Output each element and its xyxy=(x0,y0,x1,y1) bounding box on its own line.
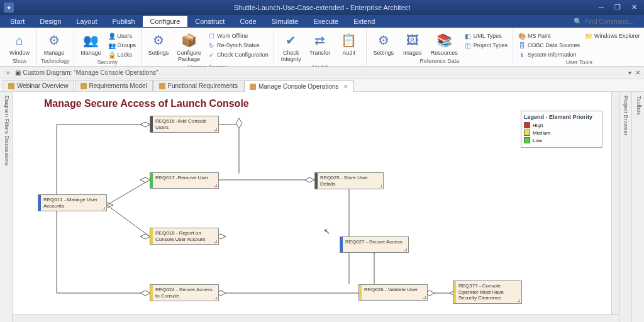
uml-types-button[interactable]: ◧UML Types xyxy=(463,31,509,40)
users-icon: 👥 xyxy=(82,31,100,49)
group-label-technology: Technology xyxy=(41,58,70,65)
menu-publish[interactable]: Publish xyxy=(105,16,143,27)
project-types-button[interactable]: ◫Project Types xyxy=(463,41,509,50)
check-icon: ✓ xyxy=(208,51,215,58)
menu-layout[interactable]: Layout xyxy=(69,16,104,27)
tab-webinar-overview[interactable]: Webinar Overview xyxy=(3,80,74,91)
package-icon: 📦 xyxy=(180,31,198,49)
close-button[interactable]: ✕ xyxy=(626,1,641,13)
vc-settings-button[interactable]: ⚙Settings xyxy=(145,30,172,58)
resources-button[interactable]: 📚Resources xyxy=(428,30,460,58)
odbc-button[interactable]: 🗄ODBC Data Sources xyxy=(517,41,581,50)
menu-code[interactable]: Code xyxy=(232,16,264,27)
tab-requirements-model[interactable]: Requirements Model xyxy=(75,80,153,91)
resynch-button[interactable]: ↻Re-Synch Status xyxy=(206,41,270,50)
home-icon: ⌂ xyxy=(11,31,28,49)
svg-marker-4 xyxy=(140,291,150,296)
check-integrity-button[interactable]: ✔Check Integrity xyxy=(278,30,304,64)
window-title: Shuttle-Launch-Use-Case-extended - Enter… xyxy=(234,4,411,11)
group-label-show: Show xyxy=(6,58,33,65)
svg-marker-2 xyxy=(140,177,150,182)
vertical-scrollbar[interactable] xyxy=(611,92,619,314)
right-sidepane-toolbox[interactable]: Toolbox xyxy=(631,92,644,322)
legend-title: Legend - Element Priority xyxy=(524,114,599,120)
tab-manage-console-operations[interactable]: Manage Console Operations✕ xyxy=(244,80,354,92)
panel-close-icon[interactable]: ✕ xyxy=(635,69,640,76)
node-req617[interactable]: REQ617 -Remove User xyxy=(150,172,219,189)
menu-design[interactable]: Design xyxy=(32,16,69,27)
node-req027[interactable]: REQ027 - Secure Access xyxy=(340,236,409,253)
diagram-title: Manage Secure Access of Launch Console xyxy=(44,98,249,109)
diagram-canvas[interactable]: Manage Secure Access of Launch Console xyxy=(13,92,619,322)
legend-high-swatch xyxy=(524,122,530,128)
menu-simulate[interactable]: Simulate xyxy=(264,16,306,27)
node-req025[interactable]: REQ025 - Store User Details xyxy=(314,172,384,189)
resources-icon: 📚 xyxy=(435,31,453,49)
search-icon: 🔍 xyxy=(574,18,582,26)
minimize-button[interactable]: ─ xyxy=(594,1,609,13)
node-req011[interactable]: REQ011 - Manage User Accounts xyxy=(38,194,107,211)
group-label-usertools: User Tools xyxy=(517,59,641,66)
audit-icon: 📋 xyxy=(340,31,358,49)
dropdown-icon[interactable]: ▾ xyxy=(628,69,631,76)
tab-functional-requirements[interactable]: Functional Requirements xyxy=(153,80,243,91)
paint-icon: 🎨 xyxy=(518,32,526,40)
expand-icon[interactable]: » xyxy=(6,69,10,76)
group-label-refdata: Reference Data xyxy=(370,58,509,65)
check-config-button[interactable]: ✓Check Configuration xyxy=(206,50,270,59)
integrity-icon: ✔ xyxy=(282,31,300,49)
node-req616[interactable]: REQ616 -Add Console Users xyxy=(150,116,219,133)
transfer-icon: ⇄ xyxy=(311,31,329,49)
groups-button[interactable]: 👥Groups xyxy=(107,41,138,50)
transfer-button[interactable]: ⇄Transfer xyxy=(307,30,333,58)
group-icon: 👥 xyxy=(108,42,116,49)
svg-marker-8 xyxy=(305,177,314,182)
work-offline-button[interactable]: ☐Work Offline xyxy=(206,31,270,40)
node-req377[interactable]: REQ377 - Console Operator Must Have Secu… xyxy=(453,280,522,304)
svg-marker-7 xyxy=(236,118,242,128)
info-icon: ℹ xyxy=(518,51,526,58)
menu-configure[interactable]: Configure xyxy=(143,16,188,27)
horizontal-scrollbar[interactable] xyxy=(13,314,619,322)
manage-security-button[interactable]: 👥Manage xyxy=(78,30,104,58)
menu-construct[interactable]: Construct xyxy=(187,16,232,27)
node-req024[interactable]: REQ024 - Secure Access to Console xyxy=(150,284,219,301)
gear-icon: ⚙ xyxy=(45,31,63,49)
refdata-settings-button[interactable]: ⚙Settings xyxy=(370,30,397,58)
legend-medium-swatch xyxy=(524,130,530,136)
images-button[interactable]: 🖼Images xyxy=(399,30,426,58)
users-button[interactable]: 👤Users xyxy=(107,31,138,40)
node-req026[interactable]: REQ026 - Validate User xyxy=(358,284,428,301)
project-icon: ◫ xyxy=(464,42,472,49)
mouse-cursor: ↖ xyxy=(324,227,330,236)
manage-tech-button[interactable]: ⚙Manage xyxy=(41,30,67,58)
sysinfo-button[interactable]: ℹSystem Information xyxy=(517,50,581,59)
find-command-input[interactable] xyxy=(585,18,641,25)
window-button[interactable]: ⌂Window xyxy=(6,30,33,58)
lock-icon: 🔒 xyxy=(108,51,116,58)
legend-box: Legend - Element Priority High Medium Lo… xyxy=(521,111,602,148)
audit-button[interactable]: 📋Audit xyxy=(336,30,362,58)
app-icon[interactable]: ✦ xyxy=(4,3,14,13)
menu-extend[interactable]: Extend xyxy=(346,16,382,27)
folder-icon: 📁 xyxy=(585,32,592,40)
mspaint-button[interactable]: 🎨MS Paint xyxy=(517,31,581,40)
winexp-button[interactable]: 📁Windows Explorer xyxy=(584,31,641,40)
node-req018[interactable]: REQ018 - Report on Console User Account xyxy=(150,228,219,245)
tab-icon xyxy=(159,83,165,89)
svg-marker-1 xyxy=(140,122,150,127)
right-sidepane-browser[interactable]: Project Browser xyxy=(619,92,631,322)
legend-low-swatch xyxy=(524,137,530,143)
configure-package-button[interactable]: 📦Configure Package xyxy=(174,30,204,64)
tab-close-icon[interactable]: ✕ xyxy=(343,84,348,90)
locks-button[interactable]: 🔒Locks xyxy=(107,50,138,59)
breadcrumb-text: Custom Diagram: "Manage Console Operatio… xyxy=(23,69,158,76)
menu-start[interactable]: Start xyxy=(3,16,32,27)
image-icon: 🖼 xyxy=(404,31,421,49)
tab-icon xyxy=(80,83,87,89)
left-sidepane[interactable]: Diagram Filters Discussions xyxy=(0,92,13,322)
group-label-security: Security xyxy=(78,59,138,66)
offline-icon: ☐ xyxy=(208,32,215,40)
menu-execute[interactable]: Execute xyxy=(306,16,346,27)
restore-button[interactable]: ❐ xyxy=(610,1,625,13)
